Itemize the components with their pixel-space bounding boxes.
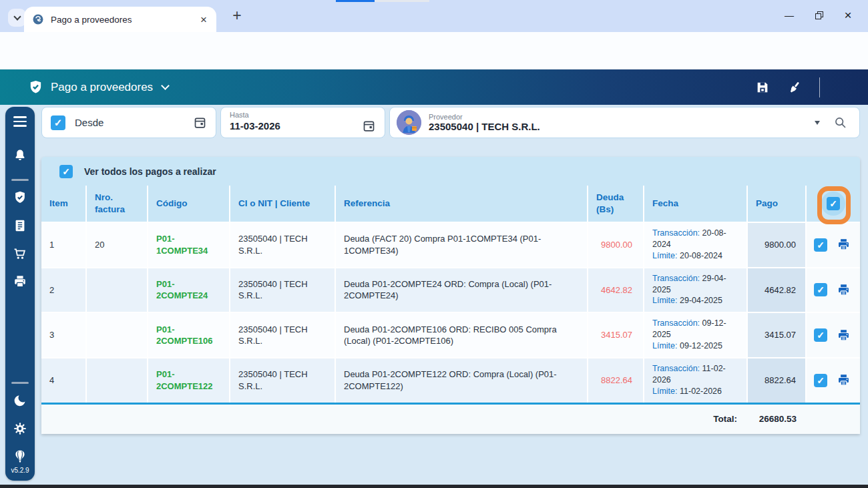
- col-select-all: [805, 186, 860, 222]
- print-icon[interactable]: [837, 238, 851, 252]
- menu-hamburger-icon[interactable]: [13, 116, 27, 127]
- row-checkbox[interactable]: [814, 374, 827, 387]
- transaccion-label: Transacción:: [652, 274, 700, 283]
- sidebar: v5.2.9: [5, 107, 35, 481]
- cell-actions: [805, 267, 860, 312]
- hasta-label: Hasta: [230, 111, 376, 119]
- dark-mode-moon-icon[interactable]: [13, 393, 27, 408]
- limite-label: Límite:: [652, 387, 678, 396]
- top-overlay-blue-strip: [336, 0, 375, 2]
- notifications-bell-icon[interactable]: [13, 148, 27, 163]
- tab-close-icon[interactable]: ×: [199, 14, 208, 25]
- col-codigo: Código: [147, 186, 229, 222]
- payments-table: Ver todos los pagos a realizar Item Nro.…: [41, 157, 860, 434]
- tab-title: Pago a proveedores: [51, 15, 199, 25]
- browser-toolbar: ⋮: [0, 32, 868, 69]
- table-row: 4 P01-2COMPTE122 23505040 | TECH S.R.L. …: [41, 357, 860, 403]
- sidebar-item-shield-icon[interactable]: [13, 190, 27, 205]
- total-row: Total: 26680.53: [41, 405, 860, 434]
- show-all-label: Ver todos los pagos a realizar: [84, 166, 216, 177]
- row-checkbox[interactable]: [814, 238, 827, 252]
- proveedor-search-icon[interactable]: [833, 115, 847, 130]
- col-fecha: Fecha: [643, 186, 746, 222]
- cell-deuda: 4642.82: [587, 267, 643, 312]
- filters-bar: Desde Hasta 11-03-2026 Proveedor 2350504…: [41, 107, 860, 138]
- desde-label: Desde: [75, 117, 193, 128]
- transaccion-label: Transacción:: [652, 228, 700, 238]
- print-icon[interactable]: [837, 283, 851, 297]
- col-referencia: Referencia: [335, 186, 587, 222]
- select-all-checkbox[interactable]: [827, 197, 840, 210]
- limite-label: Límite:: [652, 296, 678, 305]
- restore-icon: [815, 12, 823, 19]
- sidebar-item-printer-icon[interactable]: [13, 274, 27, 289]
- cell-nro-factura: 20: [85, 222, 147, 267]
- print-icon[interactable]: [837, 373, 851, 387]
- save-icon[interactable]: [755, 80, 770, 95]
- header-divider: [819, 77, 821, 97]
- module-dropdown-caret[interactable]: [161, 81, 170, 90]
- clean-brush-icon[interactable]: [787, 80, 802, 95]
- cell-pago: 9800.00: [746, 222, 805, 267]
- limite-label: Límite:: [652, 251, 678, 260]
- cell-item: 2: [41, 267, 85, 312]
- print-icon[interactable]: [837, 328, 851, 342]
- cell-item: 1: [41, 222, 85, 267]
- total-value: 26680.53: [746, 405, 805, 434]
- tab-search-chevron-button[interactable]: [8, 9, 26, 27]
- sidebar-item-receipt-icon[interactable]: [13, 218, 27, 233]
- row-checkbox[interactable]: [814, 283, 827, 296]
- cell-codigo: P01-2COMPTE106: [147, 312, 229, 357]
- cell-referencia: Deuda (FACT 20) Compra P01-1COMPTE34 (P0…: [335, 222, 587, 267]
- cell-fecha: Transacción: 11-02-2026 Límite: 11-02-20…: [643, 357, 746, 403]
- cell-codigo: P01-1COMPTE34: [147, 222, 229, 267]
- settings-gear-icon[interactable]: [13, 421, 27, 436]
- cell-actions: [805, 357, 860, 403]
- cell-deuda: 9800.00: [587, 222, 643, 267]
- browser-tabstrip: Pago a proveedores × + — ×: [0, 0, 868, 32]
- col-nro-factura: Nro. factura: [85, 186, 147, 222]
- hasta-date-field[interactable]: Hasta 11-03-2026: [220, 107, 385, 138]
- cell-nro-factura: [85, 267, 147, 312]
- show-all-checkbox[interactable]: [59, 165, 73, 178]
- top-overlay-gray-strip: [375, 0, 429, 2]
- desde-checkbox[interactable]: [51, 115, 65, 130]
- limite-label: Límite:: [652, 341, 678, 350]
- proveedor-dropdown-caret[interactable]: [815, 121, 820, 125]
- cell-fecha: Transacción: 09-12-2025 Límite: 09-12-20…: [643, 312, 746, 357]
- cell-nro-factura: [85, 357, 147, 403]
- page-title: Pago a proveedores: [51, 81, 153, 94]
- limite-date: 20-08-2024: [680, 251, 722, 260]
- new-tab-button[interactable]: +: [228, 7, 246, 25]
- proveedor-select-field[interactable]: Proveedor 23505040 | TECH S.R.L.: [389, 107, 860, 138]
- app-header: Pago a proveedores: [0, 69, 868, 105]
- cell-codigo: P01-2COMPTE122: [147, 357, 229, 403]
- calendar-icon[interactable]: [193, 115, 207, 130]
- sidebar-item-cart-icon[interactable]: [13, 246, 27, 261]
- cell-item: 4: [41, 357, 85, 403]
- col-cliente: CI o NIT | Cliente: [229, 186, 335, 222]
- hasta-value[interactable]: 11-03-2026: [230, 120, 362, 132]
- browser-tab[interactable]: Pago a proveedores ×: [24, 7, 216, 32]
- restore-button[interactable]: [804, 5, 833, 25]
- desde-date-field[interactable]: Desde: [41, 107, 216, 138]
- cell-nro-factura: [85, 312, 147, 357]
- cell-actions: [805, 222, 860, 267]
- minimize-button[interactable]: —: [775, 5, 804, 25]
- close-window-button[interactable]: ×: [833, 5, 863, 25]
- cell-pago: 8822.64: [746, 357, 805, 403]
- cell-fecha: Transacción: 29-04-2025 Límite: 29-04-20…: [643, 267, 746, 312]
- calendar-icon[interactable]: [362, 119, 376, 133]
- table-row: 2 P01-2COMPTE24 23505040 | TECH S.R.L. D…: [41, 267, 860, 312]
- proveedor-avatar-icon: [397, 110, 421, 135]
- cell-fecha: Transacción: 20-08-2024 Límite: 20-08-20…: [643, 222, 746, 267]
- app-logo-balloon-icon: [13, 449, 27, 464]
- row-checkbox[interactable]: [814, 328, 827, 342]
- screen: Pago a proveedores × + — × ⋮ Pago a prov…: [0, 0, 868, 488]
- cell-pago: 3415.07: [746, 312, 805, 357]
- cell-codigo: P01-2COMPTE24: [147, 267, 229, 312]
- cell-deuda: 8822.64: [587, 357, 643, 403]
- cell-referencia: Deuda P01-2COMPTE122 ORD: Compra (Local)…: [335, 357, 587, 403]
- favicon-icon: [32, 13, 44, 25]
- cell-pago: 4642.82: [746, 267, 805, 312]
